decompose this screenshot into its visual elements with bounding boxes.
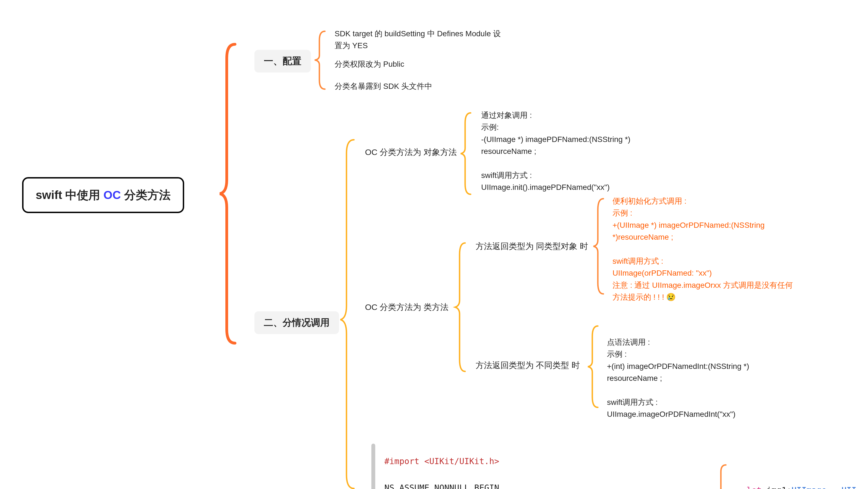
root-text-3: OC [103,189,124,201]
code-r1b: img1: [762,485,792,489]
branch-object-method[interactable]: OC 分类方法为 对象方法 [365,147,457,158]
sub-1-leaf: 便利初始化方式调用 : 示例 : +(UIImage *) imageOrPDF… [613,195,795,303]
section-1-title: 一、配置 [264,56,302,66]
section-1-item-3: 分类名暴露到 SDK 头文件中 [335,80,432,92]
section-2-node[interactable]: 二、分情况调用 [254,311,339,334]
section-2-title: 二、分情况调用 [264,317,330,328]
code-r1a: let [747,485,762,489]
code-left-bar [368,445,379,489]
code-left-block: #import <UIKit/UIKit.h> NS_ASSUME_NONNUL… [384,441,539,489]
code-right-block: let img1:UIImage = UII [747,470,857,489]
branch-2-brace [454,241,469,374]
code-r1d: = [827,485,841,489]
sub-diff-type[interactable]: 方法返回类型为 不同类型 时 [476,360,580,371]
root-brace [218,41,241,346]
section-1-item-2: 分类权限改为 Public [335,58,404,70]
root-node[interactable]: swift 中使用 OC 分类方法 [22,177,184,213]
code-r1c: UIImage [792,485,827,489]
sub-1-brace [592,197,607,296]
sub-2-leaf: 点语法调用 : 示例 : +(int) imageOrPDFNamedInt:(… [607,336,784,420]
section-1-node[interactable]: 一、配置 [254,50,311,73]
root-text-1: swift [36,189,65,201]
sub-same-type[interactable]: 方法返回类型为 同类型对象 时 [476,241,588,252]
code-r1e: UII [841,485,857,489]
section-1-brace [312,29,329,91]
code-l1a: #import [384,456,425,466]
branch-1-brace [459,111,474,197]
code-l1b: <UIKit/UIKit.h> [425,456,499,466]
sub-2-brace [586,324,601,409]
code-right-bar [718,465,728,489]
branch-class-method[interactable]: OC 分类方法为 类方法 [365,301,448,313]
root-text-2: 中使用 [65,189,103,201]
section-1-item-1: SDK target 的 buildSetting 中 Defines Modu… [335,28,506,52]
branch-1-leaf: 通过对象调用 : 示例: -(UIImage *) imagePDFNamed:… [481,109,653,194]
code-l2: NS_ASSUME_NONNULL_BEGIN [384,483,499,489]
section-2-brace [339,137,358,489]
root-text-4: 分类方法 [124,189,170,201]
